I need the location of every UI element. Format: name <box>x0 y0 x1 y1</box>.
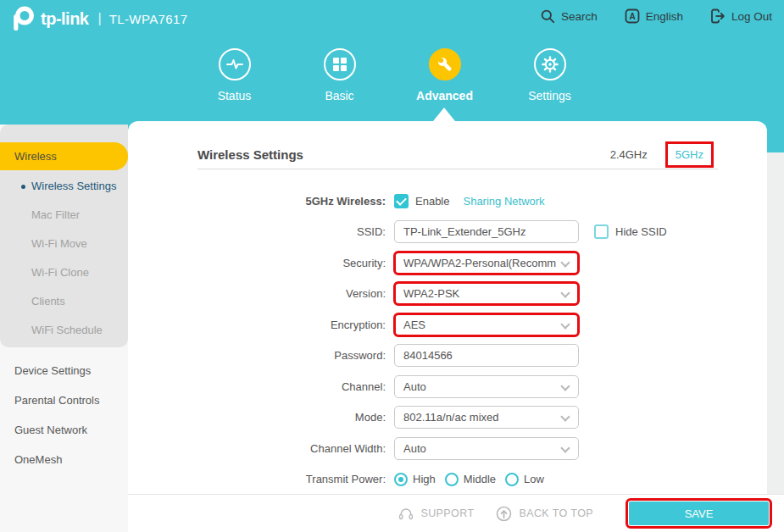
save-button[interactable]: SAVE <box>629 502 769 525</box>
transmit-power-label: Transmit Power: <box>128 473 386 485</box>
version-label: Version: <box>128 287 386 300</box>
encryption-row: Encryption: AES <box>128 309 767 341</box>
sidebar-item-guest-network[interactable]: Guest Network <box>0 415 128 445</box>
sidebar-item-wifi-schedule[interactable]: WiFi Schedule <box>0 316 128 345</box>
wireless-enable-label: 5GHz Wireless: <box>128 195 386 208</box>
support-button[interactable]: SUPPORT <box>398 506 474 521</box>
transmit-power-row: Transmit Power: High Middle Low <box>128 464 767 496</box>
wrench-icon <box>436 55 454 74</box>
advanced-circle <box>429 48 461 80</box>
band-tabs: 2.4GHz 5GHz <box>610 144 711 164</box>
password-input[interactable] <box>394 344 579 367</box>
nav-basic-label: Basic <box>325 89 353 103</box>
sidebar-item-mac-filter[interactable]: Mac Filter <box>0 201 128 230</box>
tp-link-logo-icon <box>8 5 37 32</box>
ssid-label: SSID: <box>128 225 386 238</box>
enable-label: Enable <box>415 195 449 208</box>
security-label: Security: <box>128 257 386 269</box>
status-circle <box>219 48 251 80</box>
password-row: Password: <box>128 341 767 372</box>
sharing-network-link[interactable]: Sharing Network <box>463 195 544 208</box>
brand: tp-link | TL-WPA7617 <box>8 5 188 32</box>
mode-label: Mode: <box>128 411 386 424</box>
footer-bar: SUPPORT BACK TO TOP SAVE <box>128 494 784 532</box>
sidebar-item-clients[interactable]: Clients <box>0 287 128 316</box>
radio-high[interactable] <box>394 473 408 486</box>
logout-button[interactable]: Log Out <box>710 8 772 24</box>
support-label: SUPPORT <box>420 507 474 519</box>
chevron-down-icon <box>560 413 570 422</box>
sidebar-section-wireless[interactable]: Wireless <box>0 142 128 170</box>
header-actions: Search A English Log Out <box>540 8 772 24</box>
channel-width-value: Auto <box>403 442 426 455</box>
mode-value: 802.11a/n/ac mixed <box>403 411 499 424</box>
active-nav-pointer <box>433 108 455 121</box>
wireless-settings-form: 5GHz Wireless: Enable Sharing Network SS… <box>128 186 767 495</box>
chevron-down-icon <box>560 258 570 267</box>
language-icon: A <box>625 8 640 24</box>
nav-basic[interactable]: Basic <box>287 48 392 103</box>
nav-advanced[interactable]: Advanced <box>392 48 498 103</box>
chevron-down-icon <box>560 319 570 329</box>
channel-width-select[interactable]: Auto <box>394 437 579 460</box>
back-to-top-label: BACK TO TOP <box>519 507 593 519</box>
hide-ssid-checkbox[interactable] <box>594 224 609 239</box>
brand-separator: | <box>98 11 102 26</box>
ssid-input[interactable] <box>394 220 579 243</box>
channel-row: Channel: Auto <box>128 371 767 402</box>
device-model: TL-WPA7617 <box>109 12 188 26</box>
channel-width-label: Channel Width: <box>128 442 386 455</box>
security-value: WPA/WPA2-Personal(Recomm <box>403 257 556 269</box>
ssid-row: SSID: Hide SSID <box>128 217 767 248</box>
password-label: Password: <box>128 349 386 362</box>
sidebar-item-wireless-settings[interactable]: Wireless Settings <box>0 172 128 201</box>
logout-label: Log Out <box>731 10 772 23</box>
language-button[interactable]: A English <box>625 8 683 24</box>
nav-advanced-label: Advanced <box>416 89 473 103</box>
sidebar-item-device-settings[interactable]: Device Settings <box>0 356 128 385</box>
security-row: Security: WPA/WPA2-Personal(Recomm <box>128 247 767 279</box>
channel-select[interactable]: Auto <box>394 375 579 398</box>
svg-text:A: A <box>629 12 635 21</box>
mode-row: Mode: 802.11a/n/ac mixed <box>128 402 767 434</box>
radio-low[interactable] <box>505 473 519 486</box>
content-panel: Wireless Settings 2.4GHz 5GHz 5GHz Wirel… <box>128 121 767 494</box>
pulse-icon <box>225 54 245 75</box>
sidebar-item-onemesh[interactable]: OneMesh <box>0 445 128 474</box>
security-select[interactable]: WPA/WPA2-Personal(Recomm <box>394 252 579 274</box>
page-title: Wireless Settings <box>197 147 303 162</box>
radio-low-label: Low <box>524 473 544 485</box>
arrow-up-circle-icon <box>496 506 512 522</box>
search-button[interactable]: Search <box>540 8 598 24</box>
chevron-down-icon <box>560 443 570 452</box>
nav-settings[interactable]: Settings <box>498 48 603 103</box>
tab-2-4ghz[interactable]: 2.4GHz <box>610 148 648 161</box>
nav-status[interactable]: Status <box>182 48 287 103</box>
encryption-select[interactable]: AES <box>394 313 579 336</box>
brand-name: tp-link <box>41 9 89 29</box>
sidebar-item-wifi-clone[interactable]: Wi-Fi Clone <box>0 258 128 287</box>
sidebar-item-wifi-move[interactable]: Wi-Fi Move <box>0 230 128 258</box>
chevron-down-icon <box>560 289 570 298</box>
sidebar-item-parental-controls[interactable]: Parental Controls <box>0 385 128 415</box>
version-select[interactable]: WPA2-PSK <box>394 282 579 305</box>
enable-checkbox[interactable] <box>394 194 409 208</box>
tab-5ghz[interactable]: 5GHz <box>668 144 711 165</box>
channel-label: Channel: <box>128 380 386 393</box>
search-icon <box>540 8 555 24</box>
channel-value: Auto <box>403 380 426 393</box>
title-divider <box>197 169 718 169</box>
radio-high-label: High <box>413 473 436 485</box>
language-label: English <box>646 10 683 23</box>
logout-icon <box>710 8 726 24</box>
encryption-label: Encryption: <box>128 319 386 331</box>
mode-select[interactable]: 802.11a/n/ac mixed <box>394 406 579 429</box>
nav-settings-label: Settings <box>528 89 571 103</box>
headset-icon <box>398 506 414 521</box>
radio-middle[interactable] <box>445 473 459 486</box>
channel-width-row: Channel Width: Auto <box>128 433 767 464</box>
sidebar-submenu: Wireless Settings Mac Filter Wi-Fi Move … <box>0 172 128 345</box>
sidebar-sections: Device Settings Parental Controls Guest … <box>0 356 128 474</box>
back-to-top-button[interactable]: BACK TO TOP <box>496 506 593 522</box>
settings-circle <box>534 48 566 80</box>
